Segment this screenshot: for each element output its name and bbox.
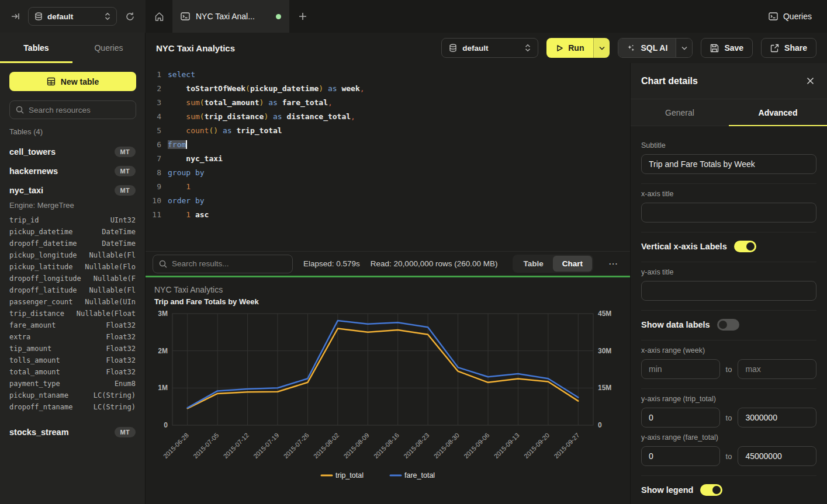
sidebar-tab-tables[interactable]: Tables [0, 33, 72, 63]
sql-editor[interactable]: 1234567891011 select toStartOfWeek(picku… [146, 63, 630, 251]
queries-button[interactable]: Queries [753, 0, 827, 33]
table-item-nyc-taxi[interactable]: nyc_taxi MT [0, 180, 145, 200]
legend-label-fare_total[interactable]: fare_total [404, 471, 435, 479]
toolbar-database-selector[interactable]: default [441, 38, 538, 58]
y-axis-range-fare-label: y-axis range (fare_total) [641, 433, 816, 442]
code-token: () [209, 126, 218, 135]
results-search-input[interactable] [172, 259, 286, 268]
results-search [153, 255, 293, 273]
y-right-tick: 45M [598, 310, 611, 318]
code-line: from [168, 138, 630, 152]
run-button[interactable]: Run [546, 38, 593, 58]
results-more-button[interactable]: ⋯ [604, 256, 623, 272]
chart-details-panel: Chart details General Advanced Subtitle … [630, 63, 827, 504]
x-axis-range-min-input[interactable] [641, 359, 720, 379]
show-legend-row: Show legend [641, 484, 816, 496]
vertical-x-labels-row: Vertical x-axis Labels [641, 241, 816, 252]
column-type: LC(String) [94, 391, 136, 399]
x-axis-title-input[interactable] [641, 203, 816, 223]
code-token: sum [186, 98, 199, 107]
to-label: to [726, 365, 732, 374]
sql-ai-button[interactable]: SQL AI [618, 39, 676, 57]
column-row: total_amountFloat32 [9, 366, 136, 378]
editor-cursor-selection: from [168, 140, 187, 149]
code-token: group by [168, 168, 205, 177]
database-icon [449, 44, 457, 53]
code-token: asc [195, 210, 209, 219]
refresh-button[interactable] [123, 9, 137, 24]
line-number: 7 [146, 152, 168, 166]
refresh-icon [125, 12, 135, 22]
run-options-button[interactable] [593, 38, 610, 58]
code-line: 1 asc [168, 208, 630, 222]
save-button[interactable]: Save [701, 38, 753, 58]
column-row: trip_idUInt32 [9, 214, 136, 226]
y-left-tick: 1M [158, 384, 168, 392]
column-type: LC(String) [94, 403, 136, 411]
series-trip_total [188, 329, 579, 409]
new-table-button[interactable]: New table [9, 72, 136, 91]
line-number: 10 [146, 194, 168, 208]
code-token: ( [200, 112, 205, 121]
x-tick-label: 2015-09-20 [523, 432, 551, 460]
sql-ai-options-button[interactable] [676, 39, 692, 57]
editor-code[interactable]: select toStartOfWeek(pickup_datetime) as… [168, 68, 630, 251]
code-token: trip_total [236, 126, 282, 135]
sidebar-tab-queries[interactable]: Queries [72, 33, 145, 63]
x-tick-label: 2015-07-19 [252, 432, 280, 460]
database-selector[interactable]: default [28, 7, 117, 26]
line-number: 4 [146, 110, 168, 124]
line-number: 8 [146, 166, 168, 180]
tables-section-title: Tables (4) [9, 127, 136, 136]
column-name: pickup_ntaname [9, 391, 94, 399]
y-axis-range-trip-max-input[interactable] [738, 408, 816, 427]
table-item-hackernews[interactable]: hackernews MT [0, 161, 145, 180]
column-type: Float32 [106, 333, 136, 341]
new-table-label: New table [61, 77, 99, 86]
legend-label-trip_total[interactable]: trip_total [335, 471, 364, 479]
y-axis-title-input[interactable] [641, 281, 816, 301]
code-line: select [168, 68, 630, 82]
nyc-taxi-columns-list: trip_idUInt32pickup_datetimeDateTimedrop… [0, 214, 145, 416]
x-axis-title-label: x-axis title [641, 190, 816, 198]
column-name: passenger_count [9, 298, 85, 306]
run-button-group: Run [546, 38, 610, 58]
home-button[interactable] [146, 0, 172, 33]
subtitle-input[interactable] [641, 154, 816, 174]
x-axis-range-label: x-axis range (week) [641, 346, 816, 354]
tab-nyc-taxi-analytics[interactable]: NYC Taxi Anal... [172, 0, 289, 33]
chart-subtitle: Trip and Fare Totals by Week [154, 297, 259, 306]
table-engine-detail: Engine: MergeTree [0, 200, 145, 214]
line-number: 3 [146, 96, 168, 110]
x-tick-label: 2015-09-27 [552, 432, 580, 460]
view-table-button[interactable]: Table [514, 256, 552, 272]
show-data-labels-toggle[interactable] [717, 319, 739, 331]
column-row: tolls_amountFloat32 [9, 354, 136, 366]
x-axis-range-max-input[interactable] [738, 359, 816, 379]
new-tab-button[interactable] [289, 0, 316, 33]
view-chart-button[interactable]: Chart [553, 256, 592, 272]
code-token: nyc_taxi [186, 154, 223, 163]
y-axis-range-fare-max-input[interactable] [738, 446, 816, 466]
column-row: fare_amountFloat32 [9, 319, 136, 331]
vertical-x-labels-toggle[interactable] [734, 241, 756, 252]
series-fare_total [188, 321, 579, 408]
table-item-stocks-stream[interactable]: stocks_stream MT [0, 422, 145, 442]
tab-general[interactable]: General [631, 99, 729, 126]
show-legend-toggle[interactable] [700, 484, 722, 496]
code-token [168, 112, 186, 121]
sidebar-search-input[interactable] [29, 106, 130, 114]
close-panel-button[interactable] [804, 75, 816, 87]
to-label: to [726, 413, 732, 422]
tab-advanced[interactable]: Advanced [729, 99, 827, 126]
y-axis-range-fare-min-input[interactable] [641, 446, 720, 466]
chart-details-header: Chart details [631, 63, 827, 99]
column-name: tip_amount [9, 345, 106, 353]
y-axis-range-trip-min-input[interactable] [641, 408, 720, 427]
share-button[interactable]: Share [761, 38, 816, 58]
table-item-cell-towers[interactable]: cell_towers MT [0, 142, 145, 161]
column-row: trip_distanceNullable(Float [9, 308, 136, 319]
chart-details-title: Chart details [641, 76, 804, 86]
code-token: , [328, 98, 333, 107]
collapse-sidebar-button[interactable] [8, 9, 22, 23]
